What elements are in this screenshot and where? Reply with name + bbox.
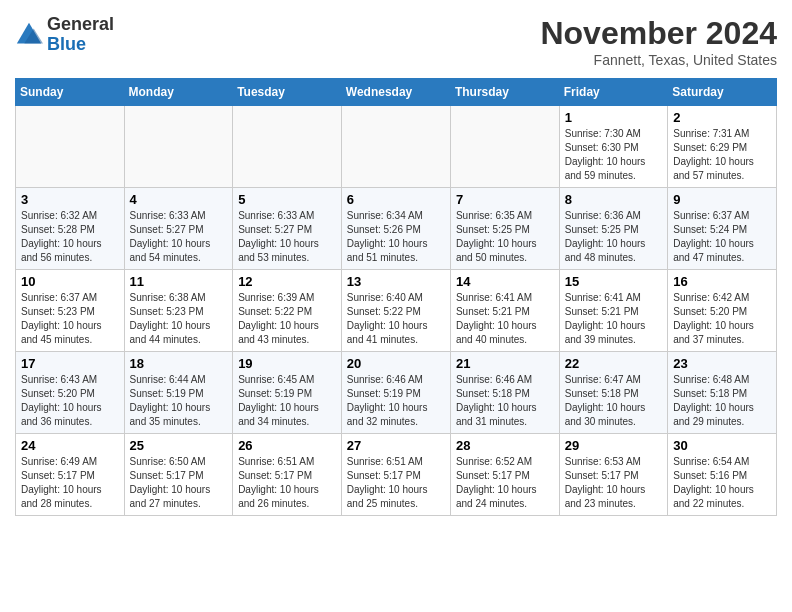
calendar-cell [450,106,559,188]
day-info: Sunrise: 6:51 AM Sunset: 5:17 PM Dayligh… [347,455,445,511]
day-info: Sunrise: 6:35 AM Sunset: 5:25 PM Dayligh… [456,209,554,265]
calendar-cell: 29Sunrise: 6:53 AM Sunset: 5:17 PM Dayli… [559,434,667,516]
day-number: 3 [21,192,119,207]
day-number: 2 [673,110,771,125]
calendar-cell: 25Sunrise: 6:50 AM Sunset: 5:17 PM Dayli… [124,434,233,516]
day-info: Sunrise: 6:43 AM Sunset: 5:20 PM Dayligh… [21,373,119,429]
calendar-cell: 6Sunrise: 6:34 AM Sunset: 5:26 PM Daylig… [341,188,450,270]
calendar-cell [341,106,450,188]
day-number: 17 [21,356,119,371]
day-info: Sunrise: 6:44 AM Sunset: 5:19 PM Dayligh… [130,373,228,429]
calendar-cell: 23Sunrise: 6:48 AM Sunset: 5:18 PM Dayli… [668,352,777,434]
calendar-cell: 5Sunrise: 6:33 AM Sunset: 5:27 PM Daylig… [233,188,342,270]
day-info: Sunrise: 6:34 AM Sunset: 5:26 PM Dayligh… [347,209,445,265]
day-number: 28 [456,438,554,453]
title-area: November 2024 Fannett, Texas, United Sta… [540,15,777,68]
calendar-cell [124,106,233,188]
day-number: 5 [238,192,336,207]
day-number: 20 [347,356,445,371]
day-info: Sunrise: 6:45 AM Sunset: 5:19 PM Dayligh… [238,373,336,429]
logo-general: General [47,15,114,35]
calendar-cell [233,106,342,188]
day-number: 9 [673,192,771,207]
day-info: Sunrise: 6:37 AM Sunset: 5:23 PM Dayligh… [21,291,119,347]
week-row-0: 1Sunrise: 7:30 AM Sunset: 6:30 PM Daylig… [16,106,777,188]
day-number: 1 [565,110,662,125]
day-info: Sunrise: 6:46 AM Sunset: 5:18 PM Dayligh… [456,373,554,429]
calendar-cell: 11Sunrise: 6:38 AM Sunset: 5:23 PM Dayli… [124,270,233,352]
calendar-cell: 7Sunrise: 6:35 AM Sunset: 5:25 PM Daylig… [450,188,559,270]
day-info: Sunrise: 6:41 AM Sunset: 5:21 PM Dayligh… [456,291,554,347]
day-number: 6 [347,192,445,207]
day-info: Sunrise: 6:40 AM Sunset: 5:22 PM Dayligh… [347,291,445,347]
calendar-cell: 12Sunrise: 6:39 AM Sunset: 5:22 PM Dayli… [233,270,342,352]
calendar-cell: 2Sunrise: 7:31 AM Sunset: 6:29 PM Daylig… [668,106,777,188]
day-number: 21 [456,356,554,371]
calendar-cell: 26Sunrise: 6:51 AM Sunset: 5:17 PM Dayli… [233,434,342,516]
header-tuesday: Tuesday [233,79,342,106]
day-number: 30 [673,438,771,453]
header-saturday: Saturday [668,79,777,106]
day-info: Sunrise: 6:48 AM Sunset: 5:18 PM Dayligh… [673,373,771,429]
calendar-cell: 19Sunrise: 6:45 AM Sunset: 5:19 PM Dayli… [233,352,342,434]
day-number: 4 [130,192,228,207]
day-number: 7 [456,192,554,207]
day-info: Sunrise: 6:50 AM Sunset: 5:17 PM Dayligh… [130,455,228,511]
day-number: 14 [456,274,554,289]
calendar-cell: 21Sunrise: 6:46 AM Sunset: 5:18 PM Dayli… [450,352,559,434]
calendar-cell: 9Sunrise: 6:37 AM Sunset: 5:24 PM Daylig… [668,188,777,270]
calendar-cell: 1Sunrise: 7:30 AM Sunset: 6:30 PM Daylig… [559,106,667,188]
header-wednesday: Wednesday [341,79,450,106]
day-info: Sunrise: 6:38 AM Sunset: 5:23 PM Dayligh… [130,291,228,347]
day-number: 16 [673,274,771,289]
day-info: Sunrise: 6:32 AM Sunset: 5:28 PM Dayligh… [21,209,119,265]
logo-text: General Blue [47,15,114,55]
calendar-cell: 4Sunrise: 6:33 AM Sunset: 5:27 PM Daylig… [124,188,233,270]
day-number: 18 [130,356,228,371]
week-row-3: 17Sunrise: 6:43 AM Sunset: 5:20 PM Dayli… [16,352,777,434]
day-info: Sunrise: 6:53 AM Sunset: 5:17 PM Dayligh… [565,455,662,511]
calendar-cell: 8Sunrise: 6:36 AM Sunset: 5:25 PM Daylig… [559,188,667,270]
day-info: Sunrise: 6:39 AM Sunset: 5:22 PM Dayligh… [238,291,336,347]
day-number: 24 [21,438,119,453]
month-title: November 2024 [540,15,777,52]
day-number: 29 [565,438,662,453]
header-friday: Friday [559,79,667,106]
week-row-2: 10Sunrise: 6:37 AM Sunset: 5:23 PM Dayli… [16,270,777,352]
page-header: General Blue November 2024 Fannett, Texa… [15,15,777,68]
calendar-cell: 28Sunrise: 6:52 AM Sunset: 5:17 PM Dayli… [450,434,559,516]
calendar-cell: 27Sunrise: 6:51 AM Sunset: 5:17 PM Dayli… [341,434,450,516]
day-info: Sunrise: 6:52 AM Sunset: 5:17 PM Dayligh… [456,455,554,511]
calendar-table: SundayMondayTuesdayWednesdayThursdayFrid… [15,78,777,516]
calendar-cell: 30Sunrise: 6:54 AM Sunset: 5:16 PM Dayli… [668,434,777,516]
calendar-cell [16,106,125,188]
calendar-cell: 15Sunrise: 6:41 AM Sunset: 5:21 PM Dayli… [559,270,667,352]
day-number: 12 [238,274,336,289]
header-thursday: Thursday [450,79,559,106]
day-info: Sunrise: 7:30 AM Sunset: 6:30 PM Dayligh… [565,127,662,183]
logo-blue: Blue [47,35,114,55]
calendar-cell: 13Sunrise: 6:40 AM Sunset: 5:22 PM Dayli… [341,270,450,352]
calendar-cell: 22Sunrise: 6:47 AM Sunset: 5:18 PM Dayli… [559,352,667,434]
calendar-cell: 24Sunrise: 6:49 AM Sunset: 5:17 PM Dayli… [16,434,125,516]
header-monday: Monday [124,79,233,106]
day-info: Sunrise: 6:37 AM Sunset: 5:24 PM Dayligh… [673,209,771,265]
day-info: Sunrise: 6:51 AM Sunset: 5:17 PM Dayligh… [238,455,336,511]
day-info: Sunrise: 7:31 AM Sunset: 6:29 PM Dayligh… [673,127,771,183]
day-info: Sunrise: 6:36 AM Sunset: 5:25 PM Dayligh… [565,209,662,265]
week-row-1: 3Sunrise: 6:32 AM Sunset: 5:28 PM Daylig… [16,188,777,270]
day-number: 22 [565,356,662,371]
day-info: Sunrise: 6:46 AM Sunset: 5:19 PM Dayligh… [347,373,445,429]
day-number: 26 [238,438,336,453]
day-number: 15 [565,274,662,289]
week-row-4: 24Sunrise: 6:49 AM Sunset: 5:17 PM Dayli… [16,434,777,516]
calendar-cell: 18Sunrise: 6:44 AM Sunset: 5:19 PM Dayli… [124,352,233,434]
day-info: Sunrise: 6:47 AM Sunset: 5:18 PM Dayligh… [565,373,662,429]
logo: General Blue [15,15,114,55]
day-info: Sunrise: 6:54 AM Sunset: 5:16 PM Dayligh… [673,455,771,511]
calendar-cell: 17Sunrise: 6:43 AM Sunset: 5:20 PM Dayli… [16,352,125,434]
day-info: Sunrise: 6:33 AM Sunset: 5:27 PM Dayligh… [130,209,228,265]
day-number: 8 [565,192,662,207]
calendar-cell: 10Sunrise: 6:37 AM Sunset: 5:23 PM Dayli… [16,270,125,352]
logo-icon [15,21,43,49]
